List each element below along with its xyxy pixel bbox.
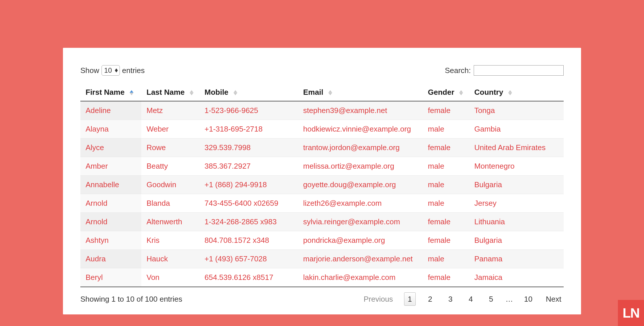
cell-first[interactable]: Arnold (80, 194, 141, 213)
cell-mobile[interactable]: +1 (868) 294-9918 (199, 176, 298, 194)
col-label: Email (303, 88, 323, 96)
search-input[interactable] (474, 65, 564, 76)
length-menu: Show 10 entries (80, 65, 145, 76)
cell-email[interactable]: stephen39@example.net (298, 101, 423, 120)
length-prefix: Show (80, 66, 99, 75)
cell-mobile[interactable]: 385.367.2927 (199, 157, 298, 176)
cell-country[interactable]: Lithuania (469, 213, 564, 231)
cell-last[interactable]: Beatty (141, 157, 199, 176)
page-4[interactable]: 4 (465, 292, 477, 306)
table-row: ArnoldAltenwerth1-324-268-2865 x983sylvi… (80, 213, 564, 231)
page-1[interactable]: 1 (404, 292, 416, 306)
cell-last[interactable]: Hauck (141, 250, 199, 268)
cell-email[interactable]: sylvia.reinger@example.com (298, 213, 423, 231)
cell-first[interactable]: Alayna (80, 120, 141, 139)
cell-country[interactable]: Gambia (469, 120, 564, 139)
col-mobile[interactable]: Mobile (199, 84, 298, 101)
col-last-name[interactable]: Last Name (141, 84, 199, 101)
cell-gender[interactable]: male (423, 176, 469, 194)
cell-last[interactable]: Altenwerth (141, 213, 199, 231)
table-row: AdelineMetz1-523-966-9625stephen39@examp… (80, 101, 564, 120)
page-next[interactable]: Next (544, 292, 564, 306)
cell-gender[interactable]: male (423, 250, 469, 268)
cell-first[interactable]: Beryl (80, 268, 141, 287)
cell-last[interactable]: Goodwin (141, 176, 199, 194)
col-gender[interactable]: Gender (423, 84, 469, 101)
cell-gender[interactable]: female (423, 101, 469, 120)
table-row: AudraHauck+1 (493) 657-7028marjorie.ande… (80, 250, 564, 268)
cell-country[interactable]: United Arab Emirates (469, 139, 564, 157)
select-stepper-icon (115, 68, 118, 72)
cell-mobile[interactable]: 329.539.7998 (199, 139, 298, 157)
table-info: Showing 1 to 10 of 100 entries (80, 295, 182, 304)
table-body: AdelineMetz1-523-966-9625stephen39@examp… (80, 101, 564, 287)
cell-first[interactable]: Ashtyn (80, 231, 141, 250)
cell-gender[interactable]: male (423, 194, 469, 213)
cell-first[interactable]: Audra (80, 250, 141, 268)
table-row: AnnabelleGoodwin+1 (868) 294-9918goyette… (80, 176, 564, 194)
datatable-card: Show 10 entries Search: First Name (63, 48, 581, 314)
cell-first[interactable]: Alyce (80, 139, 141, 157)
cell-email[interactable]: melissa.ortiz@example.org (298, 157, 423, 176)
cell-mobile[interactable]: 743-455-6400 x02659 (199, 194, 298, 213)
sort-icon (328, 90, 332, 95)
pagination: Previous12345…10Next (361, 292, 564, 306)
cell-last[interactable]: Weber (141, 120, 199, 139)
sort-icon (508, 90, 512, 95)
cell-last[interactable]: Blanda (141, 194, 199, 213)
cell-mobile[interactable]: 1-324-268-2865 x983 (199, 213, 298, 231)
table-row: AshtynKris804.708.1572 x348pondricka@exa… (80, 231, 564, 250)
cell-email[interactable]: pondricka@example.org (298, 231, 423, 250)
search-label: Search: (445, 66, 471, 75)
length-select[interactable]: 10 (102, 65, 120, 76)
cell-country[interactable]: Tonga (469, 101, 564, 120)
cell-gender[interactable]: female (423, 139, 469, 157)
cell-first[interactable]: Adeline (80, 101, 141, 120)
cell-mobile[interactable]: +1-318-695-2718 (199, 120, 298, 139)
cell-last[interactable]: Rowe (141, 139, 199, 157)
cell-gender[interactable]: male (423, 157, 469, 176)
cell-country[interactable]: Jamaica (469, 268, 564, 287)
col-email[interactable]: Email (298, 84, 423, 101)
page-10[interactable]: 10 (522, 292, 535, 306)
col-country[interactable]: Country (469, 84, 564, 101)
cell-country[interactable]: Bulgaria (469, 231, 564, 250)
col-label: Country (474, 88, 503, 96)
table-row: AmberBeatty385.367.2927melissa.ortiz@exa… (80, 157, 564, 176)
cell-country[interactable]: Bulgaria (469, 176, 564, 194)
cell-first[interactable]: Annabelle (80, 176, 141, 194)
cell-mobile[interactable]: 804.708.1572 x348 (199, 231, 298, 250)
page-5[interactable]: 5 (485, 292, 497, 306)
cell-mobile[interactable]: +1 (493) 657-7028 (199, 250, 298, 268)
search-control: Search: (445, 65, 564, 76)
col-label: Mobile (205, 88, 228, 96)
page-3[interactable]: 3 (445, 292, 456, 306)
cell-last[interactable]: Kris (141, 231, 199, 250)
cell-first[interactable]: Arnold (80, 213, 141, 231)
data-table: First Name Last Name Mobile (80, 84, 564, 287)
cell-first[interactable]: Amber (80, 157, 141, 176)
col-label: Last Name (146, 88, 185, 96)
col-first-name[interactable]: First Name (80, 84, 141, 101)
cell-country[interactable]: Montenegro (469, 157, 564, 176)
page-2[interactable]: 2 (424, 292, 436, 306)
cell-email[interactable]: lizeth26@example.com (298, 194, 423, 213)
cell-email[interactable]: hodkiewicz.vinnie@example.org (298, 120, 423, 139)
cell-email[interactable]: marjorie.anderson@example.net (298, 250, 423, 268)
header-row: First Name Last Name Mobile (80, 84, 564, 101)
cell-gender[interactable]: female (423, 213, 469, 231)
col-label: First Name (86, 88, 124, 96)
cell-mobile[interactable]: 654.539.6126 x8517 (199, 268, 298, 287)
cell-last[interactable]: Metz (141, 101, 199, 120)
cell-last[interactable]: Von (141, 268, 199, 287)
cell-email[interactable]: goyette.doug@example.org (298, 176, 423, 194)
cell-country[interactable]: Panama (469, 250, 564, 268)
page-previous[interactable]: Previous (361, 292, 395, 306)
cell-country[interactable]: Jersey (469, 194, 564, 213)
cell-email[interactable]: lakin.charlie@example.com (298, 268, 423, 287)
cell-mobile[interactable]: 1-523-966-9625 (199, 101, 298, 120)
cell-email[interactable]: trantow.jordon@example.org (298, 139, 423, 157)
cell-gender[interactable]: female (423, 268, 469, 287)
cell-gender[interactable]: male (423, 120, 469, 139)
cell-gender[interactable]: female (423, 231, 469, 250)
